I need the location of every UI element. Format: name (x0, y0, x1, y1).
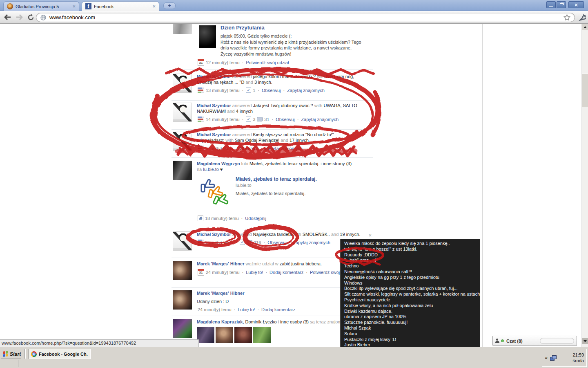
action-link[interactable]: lu.bie.to (203, 167, 219, 172)
tooltip-item: Ruuuudy ;DDDD (344, 252, 480, 258)
post-body: piątek 05:00, Gdzie tylko możecie (:Któż… (220, 33, 374, 57)
network-icon[interactable] (550, 355, 557, 361)
tab-close-icon[interactable]: × (72, 4, 76, 9)
post-szymbor-owoc: Michał Szymbor answered Jaki jest Twój u… (172, 102, 374, 122)
scroll-up-icon[interactable] (582, 24, 588, 30)
post-text: and (330, 232, 340, 237)
post-text: odpowiadasz: (197, 138, 224, 143)
action-link[interactable]: Zapytaj znajomych (293, 240, 330, 245)
post-text: with (316, 74, 326, 79)
taskbar-divider (24, 349, 26, 359)
avatar[interactable] (173, 319, 192, 338)
post-text: 24 minut(y) temu (206, 270, 240, 275)
avatar[interactable] (173, 231, 192, 251)
tooltip-item: Wieelka miłość do zepsołu kiedy się zna … (344, 241, 480, 247)
post-text: Miałeś, zjebałeś to teraz spierdalaj. (249, 161, 319, 166)
scroll-down-icon[interactable] (582, 338, 588, 344)
action-link[interactable]: Potwierdź swój udział (246, 60, 289, 65)
chat-search-box[interactable] (540, 338, 574, 344)
avatar[interactable] (173, 290, 192, 310)
profile-link[interactable]: Magdalena Węgrzyn (197, 161, 240, 166)
back-button[interactable] (2, 12, 13, 22)
friend-thumbnail[interactable] (197, 327, 214, 343)
browser-toolbar: www.facebook.com (0, 11, 588, 24)
avatar[interactable] (173, 132, 192, 151)
post-text: answered (231, 132, 253, 137)
action-link[interactable]: Dodaj komentarz (270, 270, 303, 275)
post-text: inne osoby (3) (280, 319, 309, 324)
post-footer: minut(y) temu·Obserwuj·Zapytaj znajomych (198, 146, 374, 151)
tray-collapse-icon[interactable]: « (545, 356, 548, 360)
post-text: · (235, 240, 238, 245)
forward-button[interactable] (14, 12, 24, 22)
minimize-button[interactable] (546, 1, 556, 8)
action-link[interactable]: Obserwuj (267, 240, 286, 245)
tab-gladiatus[interactable]: Gladiatus Prowincja 5 × (3, 1, 79, 11)
restore-button[interactable] (557, 1, 566, 8)
post-text: Nie mam nóg, (326, 74, 354, 79)
action-link[interactable]: Dodaj komentarz (261, 307, 295, 312)
post-text: · (256, 307, 260, 312)
address-bar[interactable]: www.facebook.com (36, 13, 575, 22)
action-link[interactable]: Udostępnij (245, 216, 266, 221)
reload-button[interactable] (25, 12, 36, 22)
post-text: Największa tandeta (253, 232, 292, 237)
action-link[interactable]: Obserwuj (240, 146, 258, 151)
post-title: Michał Szymbor answered jakiego koloru m… (197, 74, 376, 85)
profile-link[interactable]: Michał Szymbor (197, 74, 231, 79)
wrench-menu-icon[interactable] (577, 13, 587, 22)
task-button-chrome[interactable]: Facebook - Google Ch... (29, 349, 91, 359)
action-link[interactable]: Zapytaj znajomych (287, 88, 325, 93)
tab-facebook[interactable]: f Facebook × (82, 1, 159, 11)
action-link[interactable]: Lubię to! (246, 270, 263, 275)
new-tab-button[interactable]: + (163, 2, 176, 9)
facebook-favicon-icon: f (85, 3, 91, 9)
hide-post-icon[interactable]: × (368, 232, 372, 238)
post-text: with (313, 103, 324, 108)
attachment-title-link[interactable]: Miałeś, zjebałeś to teraz spierdalaj. (236, 176, 317, 182)
profile-link[interactable]: Marek 'Marqes' Hibner (197, 291, 245, 296)
close-window-button[interactable]: × (568, 1, 584, 8)
avatar[interactable] (173, 24, 192, 34)
post-text: · (235, 146, 238, 151)
tooltip-item: Dziwki kazdemu dajace. (344, 309, 480, 314)
event-photo[interactable] (199, 25, 216, 48)
start-button[interactable]: Start (1, 349, 21, 359)
bookmark-star-icon[interactable] (564, 14, 570, 21)
action-link[interactable]: Zapytaj znajomych (301, 117, 339, 122)
post-footer: 3112 minut(y) temu·Potwierdź swój udział (198, 59, 374, 66)
action-link[interactable]: Obserwuj (262, 88, 281, 93)
avatar[interactable] (173, 161, 192, 180)
tooltip-item: Techno (344, 263, 480, 269)
post-text: zabić justina biebera. (280, 261, 322, 266)
profile-link[interactable]: Michał Szymbor (197, 103, 231, 108)
action-link[interactable]: Zapytaj znajomych (265, 146, 303, 151)
chat-bar[interactable]: Czat (8) (492, 336, 577, 346)
friend-thumbnail[interactable] (216, 327, 233, 343)
action-link[interactable]: Lubię to! (238, 307, 255, 312)
post-text: 1 (253, 88, 255, 93)
avatar[interactable] (173, 103, 192, 122)
profile-link[interactable]: Magdalena Kapruziak (197, 319, 243, 324)
avatar[interactable] (173, 74, 192, 93)
friend-thumbnail[interactable] (234, 327, 252, 343)
post-text: · (241, 270, 245, 275)
windows-logo-icon (3, 351, 8, 357)
profile-link[interactable]: Marek 'Marqes' Hibner (197, 261, 245, 266)
post-text: · (260, 146, 263, 151)
avatar[interactable] (173, 261, 192, 280)
scrollbar-thumb[interactable] (582, 74, 588, 107)
attachment-thumbnail[interactable] (199, 175, 231, 211)
post-text: i (277, 319, 281, 324)
tooltip-item: Nieumiejętność nakurwiania salt!!! (344, 269, 480, 275)
profile-link[interactable]: Michał Szymbor (197, 132, 231, 137)
action-link[interactable]: Obserwuj (276, 117, 294, 122)
tab-close-icon[interactable]: × (152, 4, 156, 9)
post-text: 19 innych. (340, 232, 360, 237)
post-title: Magdalena Węgrzyn lubi Miałeś, zjebałeś … (197, 161, 376, 172)
page-scrollbar[interactable] (581, 24, 588, 347)
friend-thumbnail[interactable] (253, 327, 271, 343)
attachment-description: Miałeś, zjebałeś to teraz spierdalaj. (236, 191, 317, 196)
profile-link[interactable]: Dzień Przytulania (220, 25, 265, 31)
profile-link[interactable]: Michał Szymbor (197, 232, 231, 237)
